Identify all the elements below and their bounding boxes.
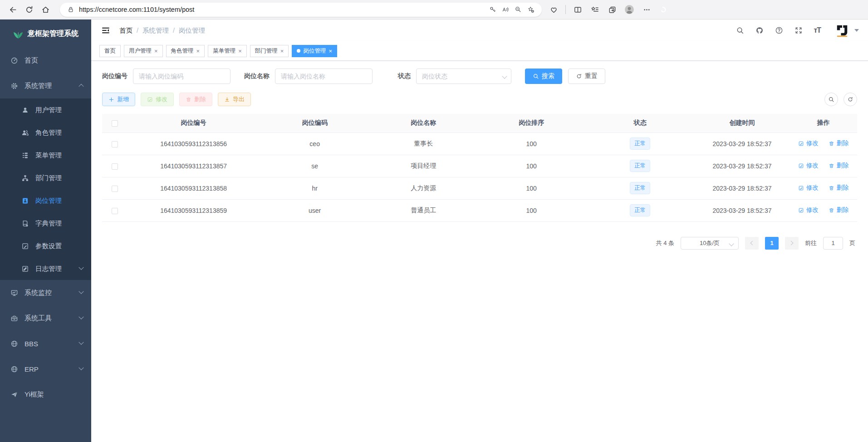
add-favorite-icon[interactable]	[525, 4, 537, 15]
app-logo[interactable]: 意框架管理系统	[0, 20, 91, 48]
status-select[interactable]	[416, 69, 511, 84]
header-search-icon[interactable]	[736, 26, 745, 35]
next-page-button[interactable]	[785, 237, 799, 250]
row-delete-link[interactable]: 删除	[829, 139, 849, 147]
edit-button[interactable]: 修改	[141, 93, 174, 106]
prev-page-button[interactable]	[745, 237, 759, 250]
sidebar-item-system-tools[interactable]: 系统工具	[0, 305, 91, 331]
row-checkbox[interactable]	[112, 186, 118, 192]
url-text[interactable]: https://ccnetcore.com:1101/system/post	[79, 6, 486, 13]
tab-department-management[interactable]: 部门管理 ×	[250, 45, 289, 57]
sidebar-item-label: 系统工具	[25, 314, 52, 323]
browser-menu-icon[interactable]	[639, 2, 654, 17]
user-avatar[interactable]	[834, 22, 850, 39]
add-button[interactable]: 新增	[102, 93, 135, 106]
reset-button[interactable]: 重置	[568, 69, 605, 84]
tab-close-icon[interactable]: ×	[329, 48, 332, 54]
fullscreen-icon[interactable]	[794, 26, 803, 35]
sidebar-item-label: 字典管理	[35, 219, 62, 228]
favorites-icon[interactable]	[588, 2, 602, 17]
copilot-icon[interactable]	[657, 2, 671, 17]
tab-close-icon[interactable]: ×	[238, 48, 242, 54]
tab-close-icon[interactable]: ×	[154, 48, 158, 54]
sidebar-item-system-management[interactable]: 系统管理	[0, 73, 91, 98]
table-refresh-button[interactable]	[843, 93, 857, 106]
browser-back-button[interactable]	[5, 1, 21, 18]
post-code-input[interactable]	[133, 69, 230, 84]
sidebar-item-post-management[interactable]: 岗位管理	[0, 189, 91, 212]
row-delete-link[interactable]: 删除	[829, 184, 849, 192]
row-checkbox[interactable]	[112, 163, 118, 170]
row-delete-link[interactable]: 删除	[829, 206, 849, 214]
sidebar-item-yi-framework[interactable]: Yi框架	[0, 382, 91, 407]
browser-refresh-button[interactable]	[21, 1, 37, 18]
cell-post-name: 普通员工	[370, 199, 477, 221]
sidebar-item-system-monitor[interactable]: 系统监控	[0, 280, 91, 305]
breadcrumb-home[interactable]: 首页	[119, 26, 132, 35]
font-size-icon[interactable]: ᴛT	[814, 26, 821, 34]
status-select-input[interactable]	[416, 69, 511, 84]
browser-essentials-icon[interactable]	[546, 2, 561, 17]
chevron-down-icon	[78, 265, 83, 270]
page-1-button[interactable]: 1	[765, 237, 779, 250]
col-post-sort: 岗位排序	[477, 114, 586, 133]
collections-icon[interactable]	[605, 2, 619, 17]
lock-icon[interactable]	[64, 4, 77, 15]
github-icon[interactable]	[755, 26, 764, 35]
row-delete-link[interactable]: 删除	[829, 162, 849, 170]
goto-page-input[interactable]	[823, 237, 843, 250]
password-key-icon[interactable]	[486, 4, 499, 15]
tab-menu-management[interactable]: 菜单管理 ×	[208, 45, 247, 57]
edit-button-label: 修改	[156, 95, 167, 103]
sidebar-item-dictionary-management[interactable]: 字典管理	[0, 212, 91, 235]
log-icon	[21, 265, 29, 273]
row-edit-link[interactable]: 修改	[798, 184, 819, 192]
users-icon	[21, 128, 29, 137]
page-size-select[interactable]: 10条/页	[681, 237, 739, 250]
sidebar-item-log-management[interactable]: 日志管理	[0, 257, 91, 280]
select-all-checkbox[interactable]	[112, 120, 118, 127]
zoom-out-icon[interactable]	[512, 4, 525, 15]
user-icon	[21, 106, 29, 114]
sidebar-item-parameter-settings[interactable]: 参数设置	[0, 235, 91, 257]
table-search-toggle-button[interactable]	[824, 93, 838, 106]
tree-list-icon	[21, 151, 29, 160]
address-bar[interactable]: https://ccnetcore.com:1101/system/post	[60, 3, 542, 17]
tab-close-icon[interactable]: ×	[196, 48, 200, 54]
post-name-input[interactable]	[275, 69, 373, 84]
tab-home[interactable]: 首页	[99, 45, 121, 57]
row-edit-link[interactable]: 修改	[798, 139, 819, 147]
tab-role-management[interactable]: 角色管理 ×	[166, 45, 205, 57]
cell-created: 2023-03-29 18:52:37	[695, 155, 790, 177]
sidebar-item-home[interactable]: 首页	[0, 48, 91, 73]
sidebar-item-role-management[interactable]: 角色管理	[0, 121, 91, 144]
sidebar-item-department-management[interactable]: 部门管理	[0, 167, 91, 189]
sidebar-item-erp[interactable]: ERP	[0, 356, 91, 382]
cell-post-name: 人力资源	[370, 177, 477, 199]
row-edit-link[interactable]: 修改	[798, 162, 819, 170]
read-aloud-icon[interactable]	[499, 4, 512, 15]
sidebar-item-bbs[interactable]: BBS	[0, 331, 91, 356]
row-checkbox[interactable]	[112, 141, 118, 147]
sidebar-item-user-management[interactable]: 用户管理	[0, 98, 91, 121]
tab-post-management[interactable]: 岗位管理 ×	[292, 45, 337, 57]
search-button[interactable]: 搜索	[525, 69, 562, 84]
row-edit-link[interactable]: 修改	[798, 206, 819, 214]
tab-close-icon[interactable]: ×	[280, 48, 284, 54]
tab-user-management[interactable]: 用户管理 ×	[124, 45, 163, 57]
add-button-label: 新增	[117, 95, 129, 103]
sidebar-collapse-icon[interactable]	[100, 25, 111, 36]
cell-created: 2023-03-29 18:52:37	[695, 133, 790, 155]
help-icon[interactable]	[775, 26, 784, 35]
browser-home-button[interactable]	[37, 1, 54, 18]
page-content: 岗位编号 岗位名称 状态	[91, 61, 868, 442]
user-avatar-menu[interactable]	[834, 22, 859, 39]
browser-profile-avatar[interactable]	[622, 2, 637, 17]
split-screen-icon[interactable]	[570, 2, 585, 17]
row-checkbox[interactable]	[112, 208, 118, 214]
sidebar-item-menu-management[interactable]: 菜单管理	[0, 144, 91, 167]
cell-created: 2023-03-29 18:52:37	[695, 199, 790, 221]
export-button[interactable]: 导出	[218, 93, 251, 106]
breadcrumb-system[interactable]: 系统管理	[142, 26, 169, 35]
delete-button[interactable]: 删除	[179, 93, 212, 106]
